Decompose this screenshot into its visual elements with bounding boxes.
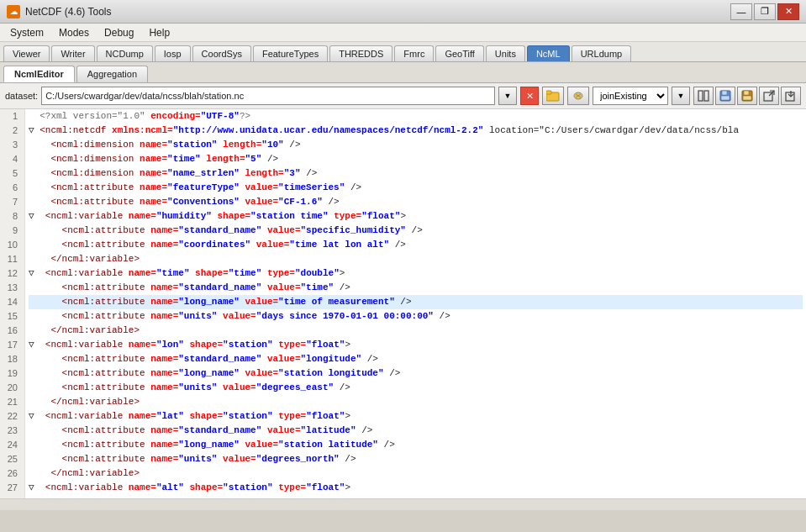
code-line[interactable]: <ncml:attribute name="units" value="days…: [29, 309, 803, 324]
line-number: 20: [3, 381, 21, 395]
tab-ncdump[interactable]: NCDump: [97, 45, 153, 61]
minimize-button[interactable]: —: [730, 3, 752, 20]
code-line[interactable]: <ncml:attribute name="featureType" value…: [29, 181, 803, 195]
line-number: 12: [3, 266, 21, 281]
bottom-scrollbar[interactable]: [0, 498, 806, 510]
tab-writer[interactable]: Writer: [51, 45, 94, 61]
save-as-btn[interactable]: [737, 87, 757, 105]
tab-viewer[interactable]: Viewer: [3, 45, 50, 61]
line-number: 8: [3, 209, 21, 224]
join-select[interactable]: joinExisting joinNew union: [593, 87, 668, 105]
svg-rect-12: [743, 96, 751, 100]
line-number: 11: [3, 252, 21, 266]
join-dropdown-btn[interactable]: ▼: [672, 87, 690, 105]
line-number: 24: [3, 438, 21, 452]
code-line[interactable]: ▽ <ncml:variable name="alt" shape="stati…: [29, 481, 803, 495]
dataset-dropdown-btn[interactable]: ▼: [498, 87, 517, 105]
save-icon: [719, 90, 731, 102]
folder-icon: [546, 90, 560, 102]
dataset-open-btn[interactable]: [542, 87, 564, 105]
dataset-input[interactable]: [41, 87, 495, 105]
code-line[interactable]: </ncml:variable>: [29, 252, 803, 266]
line-number: 5: [3, 166, 21, 181]
bee-icon: [572, 90, 585, 102]
line-number: 27: [3, 481, 21, 495]
code-line[interactable]: <ncml:attribute name="units" value="degr…: [29, 381, 803, 395]
tab-iosp[interactable]: Iosp: [155, 45, 191, 61]
line-number: 6: [3, 181, 21, 195]
menu-help[interactable]: Help: [142, 25, 176, 40]
line-number: 3: [3, 138, 21, 152]
split-horiz-btn[interactable]: [693, 87, 714, 105]
code-line[interactable]: <ncml:attribute name="standard_name" val…: [29, 224, 803, 238]
tab-coordsys[interactable]: CoordSys: [192, 45, 251, 61]
line-number: 18: [3, 352, 21, 366]
secondary-tabs: NcmlEditor Aggregation: [0, 62, 806, 83]
tab-units[interactable]: Units: [486, 45, 525, 61]
tab-urldump[interactable]: URLdump: [572, 45, 632, 61]
code-line[interactable]: ▽ <ncml:variable name="lat" shape="stati…: [29, 409, 803, 424]
code-line[interactable]: <ncml:attribute name="units" value="degr…: [29, 452, 803, 466]
split-horiz-icon: [698, 90, 709, 102]
code-line[interactable]: <ncml:attribute name="standard_name" val…: [29, 281, 803, 295]
tab-fmrc[interactable]: Fmrc: [394, 45, 434, 61]
tab-geotiff[interactable]: GeoTiff: [435, 45, 483, 61]
export-btn[interactable]: [759, 87, 779, 105]
svg-rect-9: [721, 96, 730, 100]
line-number: 14: [3, 295, 21, 309]
line-number: 4: [3, 152, 21, 166]
code-line[interactable]: <ncml:attribute name="Conventions" value…: [29, 195, 803, 209]
tab-ncml[interactable]: NcML: [527, 45, 570, 61]
tab-ncmleditor[interactable]: NcmlEditor: [3, 66, 75, 82]
line-number: 17: [3, 338, 21, 352]
menu-debug[interactable]: Debug: [97, 25, 140, 40]
menu-modes[interactable]: Modes: [52, 25, 96, 40]
app-icon: ☁: [7, 5, 20, 18]
code-line[interactable]: <ncml:dimension name="station" length="1…: [29, 138, 803, 152]
horizontal-scrollbar[interactable]: [0, 499, 806, 510]
line-number: 21: [3, 395, 21, 409]
line-number: 13: [3, 281, 21, 295]
code-line[interactable]: <ncml:attribute name="long_name" value="…: [29, 438, 803, 452]
save-btn[interactable]: [715, 87, 735, 105]
window-controls: — ❐ ✕: [730, 3, 799, 20]
code-line[interactable]: <ncml:attribute name="coordinates" value…: [29, 238, 803, 252]
line-number: 19: [3, 366, 21, 381]
code-line[interactable]: </ncml:variable>: [29, 395, 803, 409]
code-line[interactable]: ▽ <ncml:variable name="time" shape="time…: [29, 266, 803, 281]
code-line[interactable]: <ncml:attribute name="standard_name" val…: [29, 352, 803, 366]
restore-button[interactable]: ❐: [754, 3, 776, 20]
dataset-clear-btn[interactable]: ✕: [520, 87, 539, 105]
editor-area[interactable]: 1234567891011121314151617181920212223242…: [0, 109, 806, 498]
svg-rect-5: [698, 91, 703, 101]
code-line[interactable]: ▽ <ncml:variable name="lon" shape="stati…: [29, 338, 803, 352]
line-number: 2: [3, 124, 21, 138]
code-line[interactable]: </ncml:variable>: [29, 466, 803, 481]
line-number: 25: [3, 452, 21, 466]
dataset-bees-btn[interactable]: [567, 87, 589, 105]
svg-rect-8: [722, 91, 727, 95]
code-line[interactable]: <ncml:dimension name="name_strlen" lengt…: [29, 166, 803, 181]
code-line[interactable]: ▽ <ncml:netcdf xmlns:ncml="http://www.un…: [29, 124, 803, 138]
code-line[interactable]: ▽ <ncml:variable name="humidity" shape="…: [29, 209, 803, 224]
line-number: 1: [3, 109, 21, 124]
close-button[interactable]: ✕: [777, 3, 799, 20]
line-numbers: 1234567891011121314151617181920212223242…: [0, 109, 25, 498]
code-line[interactable]: </ncml:variable>: [29, 324, 803, 338]
tab-aggregation[interactable]: Aggregation: [76, 66, 148, 82]
svg-rect-1: [546, 91, 551, 94]
tab-thredds[interactable]: THREDDS: [329, 45, 392, 61]
tab-featuretypes[interactable]: FeatureTypes: [253, 45, 328, 61]
menu-system[interactable]: System: [3, 25, 50, 40]
export-icon: [763, 90, 775, 102]
svg-rect-15: [786, 92, 794, 101]
code-line[interactable]: <ncml:dimension name="time" length="5" /…: [29, 152, 803, 166]
import-btn[interactable]: [781, 87, 801, 105]
code-line[interactable]: <ncml:attribute name="long_name" value="…: [29, 366, 803, 381]
code-content[interactable]: <?xml version="1.0" encoding="UTF-8"?>▽ …: [25, 109, 806, 498]
code-line[interactable]: <ncml:attribute name="long_name" value="…: [29, 295, 803, 309]
code-line[interactable]: <ncml:attribute name="standard_name" val…: [29, 424, 803, 438]
import-icon: [785, 90, 797, 102]
code-line[interactable]: <?xml version="1.0" encoding="UTF-8"?>: [29, 109, 803, 124]
line-number: 22: [3, 409, 21, 424]
